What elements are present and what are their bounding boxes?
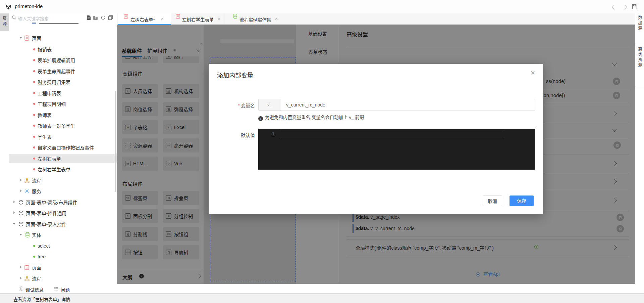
- tab-process-entity-set[interactable]: 流程实例实体集 ×: [224, 13, 282, 24]
- search-input[interactable]: 输入关键字搜索: [18, 15, 49, 21]
- caret-right-icon[interactable]: [13, 201, 15, 203]
- tab-left-tree-student-form[interactable]: 左树右学生表单 ×: [171, 13, 224, 24]
- rail-tab-datasource-label: 数据源: [637, 15, 643, 31]
- red-dot-icon: [33, 146, 35, 148]
- caret-right-icon[interactable]: [13, 211, 15, 214]
- form-icon: [24, 35, 29, 41]
- tree-item-process[interactable]: 流程: [9, 176, 117, 185]
- sidebar-search-row: 输入关键字搜索: [9, 13, 117, 22]
- tree-item-services[interactable]: 服务: [9, 186, 117, 196]
- caret-right-icon[interactable]: [20, 277, 22, 279]
- rail-tab-offline-label: 离线资源: [637, 47, 643, 68]
- search-icon: [12, 15, 16, 20]
- gear-icon: [24, 188, 30, 193]
- tree-item-pages[interactable]: 页面: [9, 33, 117, 42]
- red-dot-icon: [33, 70, 35, 72]
- caret-right-icon[interactable]: [20, 266, 22, 268]
- tree-item[interactable]: 工程项目明细: [9, 99, 117, 108]
- clipped-tree-row: [39, 23, 78, 24]
- tab-label: 流程实例实体集: [239, 16, 271, 23]
- tree-item[interactable]: 教师表一对多学生: [9, 121, 117, 130]
- rail-tab-resources-label: 资源: [1, 16, 8, 27]
- form-icon: [176, 14, 180, 19]
- rail-tab-datasource[interactable]: 数据源: [635, 15, 644, 33]
- variable-name-label: *变量名: [222, 102, 255, 109]
- add-internal-variable-dialog: 添加内部变量 × *变量名 v_ v_current_rc_node i为避免和…: [209, 64, 543, 214]
- tree-item[interactable]: tree: [9, 252, 117, 261]
- default-value-label: 默认值: [222, 132, 255, 138]
- tab-label: 左树右学生表单: [182, 16, 214, 23]
- right-rail: 数据源 离线资源: [635, 13, 644, 284]
- close-icon[interactable]: ×: [531, 69, 535, 77]
- bottom-panel-bar: 调试信息 问题: [0, 284, 644, 293]
- red-dot-icon: [33, 81, 35, 83]
- tree-item-package[interactable]: 页面-表单-录入控件: [9, 219, 117, 228]
- process-icon: [24, 178, 30, 183]
- caret-right-icon[interactable]: [20, 179, 22, 181]
- editor-active-line[interactable]: [280, 130, 503, 139]
- rail-tab-resources[interactable]: 资源: [0, 13, 9, 31]
- editor-tab-bar: 左树右表单* × 左树右学生表单 × 流程实例实体集 ×: [117, 13, 635, 25]
- package-icon: [18, 221, 23, 226]
- debug-info-button[interactable]: 调试信息: [25, 286, 44, 293]
- tab-left-tree-form[interactable]: 左树右表单* ×: [118, 13, 171, 25]
- nav-back-icon[interactable]: [612, 5, 616, 10]
- red-dot-icon: [33, 125, 35, 127]
- close-icon[interactable]: ×: [161, 16, 164, 21]
- debug-icon: [19, 286, 23, 291]
- green-dot-icon: [33, 256, 35, 258]
- app-title: primeton-ide: [15, 3, 43, 9]
- tree-item[interactable]: 报销表: [9, 45, 117, 54]
- tree-item[interactable]: 表单扩展逻辑调用: [9, 55, 117, 64]
- line-number: 1: [272, 131, 274, 136]
- nav-forward-icon[interactable]: [623, 5, 627, 10]
- caret-right-icon[interactable]: [20, 189, 22, 192]
- tree-item[interactable]: 财务费用归集表: [9, 77, 117, 86]
- red-dot-icon: [33, 136, 35, 138]
- tree-item-selected[interactable]: 左树右表单: [9, 154, 117, 163]
- tree-item-pages2[interactable]: 页面: [9, 263, 117, 272]
- variable-name-input-group: v_ v_current_rc_node: [258, 99, 535, 111]
- close-icon[interactable]: ×: [275, 16, 278, 21]
- red-dot-icon: [33, 168, 35, 170]
- tree-item[interactable]: 工程申请表: [9, 88, 117, 97]
- sidebar-scrollbar[interactable]: [115, 91, 116, 192]
- rail-separator: [635, 43, 644, 43]
- tree-item-entity[interactable]: 实体: [9, 230, 117, 239]
- refresh-icon[interactable]: [101, 15, 106, 20]
- caret-down-icon[interactable]: [19, 37, 22, 39]
- issues-button[interactable]: 问题: [61, 286, 70, 293]
- tree-item[interactable]: 自定义窗口操作按钮及事件: [9, 143, 117, 152]
- app-window: primeton-ide 资源 数据源 离线资源 输入关键字搜索: [0, 0, 644, 303]
- red-dot-icon: [33, 103, 35, 105]
- red-dot-icon: [33, 158, 35, 160]
- dialog-title: 添加内部变量: [217, 71, 253, 79]
- cancel-button[interactable]: 取消: [483, 196, 502, 206]
- database-icon: [25, 232, 30, 237]
- tree-item[interactable]: 表单生命周起事件: [9, 67, 117, 76]
- default-value-code-editor[interactable]: 1: [258, 129, 535, 170]
- new-folder-icon[interactable]: [93, 16, 98, 20]
- tree-item[interactable]: 教师表: [9, 110, 117, 119]
- caret-down-icon[interactable]: [19, 234, 22, 235]
- caret-down-icon[interactable]: [13, 223, 15, 225]
- rail-tab-offline[interactable]: 离线资源: [635, 47, 644, 69]
- save-icon[interactable]: [632, 4, 637, 9]
- variable-name-input[interactable]: v_current_rc_node: [286, 99, 325, 111]
- tree-item[interactable]: 左树右学生表单: [9, 165, 117, 174]
- process-icon: [24, 276, 30, 281]
- close-icon[interactable]: ×: [218, 16, 220, 21]
- form-icon: [124, 14, 128, 19]
- red-dot-icon: [33, 59, 35, 61]
- tree-item-process2[interactable]: 流程: [9, 274, 117, 283]
- variable-prefix-addon: v_: [259, 99, 281, 111]
- tree-item-package[interactable]: 页面-表单-控件通用: [9, 208, 117, 217]
- save-button[interactable]: 保存: [509, 196, 534, 206]
- info-icon: i: [258, 116, 263, 121]
- new-resource-icon[interactable]: [87, 15, 91, 20]
- tree-item-package[interactable]: 页面-表单-高级/布局组件: [9, 198, 117, 207]
- app-logo-icon: [5, 3, 12, 10]
- collapse-all-icon[interactable]: [108, 15, 113, 20]
- tree-item[interactable]: 学生表: [9, 132, 117, 141]
- tree-item[interactable]: select: [9, 241, 117, 250]
